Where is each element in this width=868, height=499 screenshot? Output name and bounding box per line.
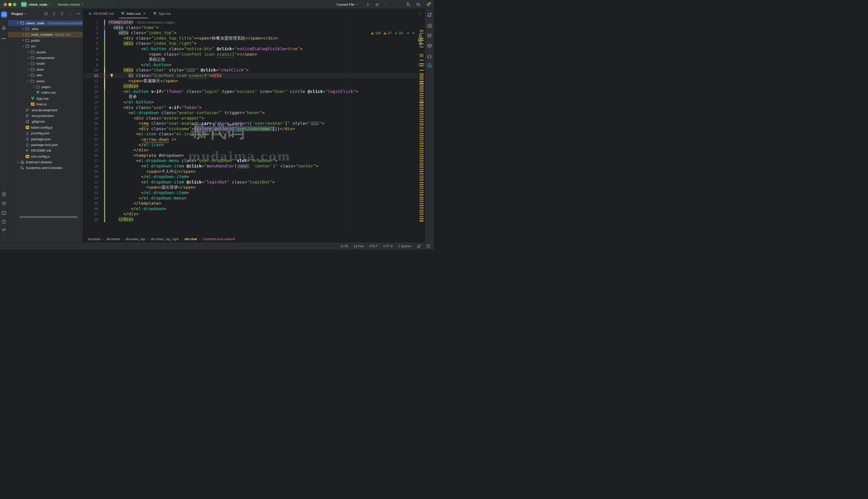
- code-line-3[interactable]: <div class="index_top">: [83, 30, 418, 36]
- code-line-22[interactable]: <el-icon class="el-icon-arrow-down">: [83, 132, 418, 137]
- stripe-mark[interactable]: [420, 78, 424, 79]
- stripe-mark[interactable]: [420, 98, 424, 98]
- stripe-mark[interactable]: [420, 167, 424, 167]
- stripe-mark[interactable]: [420, 55, 424, 56]
- stripe-mark[interactable]: [420, 220, 424, 221]
- stripe-mark[interactable]: [420, 73, 424, 74]
- stripe-mark[interactable]: [420, 197, 424, 198]
- stripe-mark[interactable]: [420, 178, 424, 178]
- maximize-window-button[interactable]: [13, 3, 16, 6]
- indent-widget[interactable]: 2 spaces: [398, 244, 411, 248]
- stripe-mark[interactable]: [420, 77, 424, 78]
- code-line-10[interactable]: <div class="chat" style="..." @click="ch…: [83, 68, 418, 73]
- plugin-mascot-tool-button-right[interactable]: [425, 44, 434, 48]
- stripe-mark[interactable]: [420, 142, 424, 142]
- stripe-mark[interactable]: [420, 86, 424, 87]
- code-line-6[interactable]: <el-button class="notice-btn" @click="no…: [83, 46, 418, 52]
- code-line-38[interactable]: </div>: [83, 217, 418, 222]
- tree-item-vue.config.js[interactable]: JSvue.config.js: [8, 154, 83, 159]
- code-line-12[interactable]: <span>客服聊天</span>: [83, 78, 418, 84]
- ai-assistant-tool-button[interactable]: [425, 23, 434, 28]
- code-line-20[interactable]: <img class="user-avatar" :src="store.get…: [83, 121, 418, 126]
- line-separator-widget[interactable]: CRLF: [369, 244, 378, 248]
- stripe-mark[interactable]: [420, 171, 424, 172]
- stripe-mark[interactable]: [420, 119, 424, 120]
- stripe-mark[interactable]: [420, 60, 424, 61]
- stripe-mark[interactable]: [420, 108, 424, 109]
- code-line-5[interactable]: <div class="index_top_right">: [83, 41, 418, 46]
- code-line-13[interactable]: </div>: [83, 84, 418, 89]
- stripe-mark[interactable]: [420, 38, 424, 39]
- breadcrumb-i.iconfont.icon-xiaoxi4[interactable]: i.iconfont.icon-xiaoxi4: [203, 237, 235, 241]
- stripe-mark[interactable]: [420, 143, 424, 144]
- structure-tool-button[interactable]: [0, 26, 8, 30]
- code-line-14[interactable]: <el-button v-if="!Token" class="login" t…: [83, 89, 418, 95]
- stripe-mark[interactable]: [420, 192, 424, 193]
- tree-chevron-icon[interactable]: [20, 46, 25, 47]
- debug-button[interactable]: [374, 2, 379, 7]
- stripe-mark[interactable]: [420, 83, 424, 84]
- stripe-mark[interactable]: [420, 87, 424, 88]
- stripe-mark[interactable]: [420, 140, 424, 140]
- stripe-mark[interactable]: [420, 169, 424, 170]
- stripe-mark[interactable]: [420, 65, 424, 66]
- hide-panel-button[interactable]: [76, 12, 80, 16]
- tree-chevron-icon[interactable]: [25, 63, 30, 64]
- tree-item-.idea[interactable]: .idea: [8, 26, 83, 32]
- breadcrumb-div.index_top[interactable]: div.index_top: [125, 237, 145, 241]
- tree-item-jsconfig.json[interactable]: { }jsconfig.json: [8, 130, 83, 136]
- more-tool-windows-button[interactable]: •••: [0, 36, 8, 41]
- tree-chevron-icon[interactable]: [25, 69, 30, 70]
- stripe-mark[interactable]: [420, 30, 424, 31]
- stripe-mark[interactable]: [420, 195, 424, 196]
- stripe-mark[interactable]: [420, 204, 424, 204]
- typos-count[interactable]: 15: [394, 31, 403, 35]
- panel-options-button[interactable]: ⋮: [68, 12, 72, 16]
- code-line-29[interactable]: <span>个人中心</span>: [83, 169, 418, 174]
- stripe-mark[interactable]: [420, 74, 424, 75]
- stripe-mark[interactable]: [420, 215, 424, 215]
- run-button[interactable]: [365, 2, 371, 7]
- tree-item-client-code[interactable]: client_code~/Downloads/mudaimaProj: [8, 20, 83, 26]
- stripe-mark[interactable]: [420, 104, 424, 105]
- stripe-mark[interactable]: [420, 129, 424, 130]
- project-tool-button[interactable]: [1, 11, 7, 17]
- stripe-mark[interactable]: [420, 202, 424, 202]
- tree-item-.env.production[interactable]: .env.production: [8, 113, 83, 119]
- stripe-mark[interactable]: [420, 105, 424, 106]
- code-line-24[interactable]: </el-icon>: [83, 142, 418, 148]
- stripe-mark[interactable]: [420, 117, 424, 117]
- code-line-7[interactable]: <span class="iconfont icon-xiaoxi1"></sp…: [83, 52, 418, 57]
- run-configuration-selector[interactable]: Current File: [337, 0, 358, 9]
- breadcrumb-template[interactable]: template: [88, 237, 101, 241]
- code-line-31[interactable]: <el-dropdown-item @click="loginOut" clas…: [83, 180, 418, 185]
- stripe-mark[interactable]: [420, 182, 424, 183]
- tree-item-router[interactable]: router: [8, 61, 83, 66]
- code-line-16[interactable]: </el-button>: [83, 100, 418, 105]
- stripe-mark[interactable]: [420, 146, 424, 147]
- code-content[interactable]: <template>Show component usages <div cla…: [83, 20, 418, 222]
- locate-file-button[interactable]: [44, 12, 48, 16]
- previous-problem-button[interactable]: [407, 32, 410, 34]
- tree-horizontal-scrollbar[interactable]: [20, 216, 78, 218]
- error-stripe[interactable]: [418, 19, 425, 235]
- stripe-mark[interactable]: [420, 160, 424, 160]
- code-line-28[interactable]: <el-dropdown-item @click="menuHandler(na…: [83, 163, 418, 169]
- intention-bulb-icon[interactable]: [110, 73, 114, 78]
- stripe-mark[interactable]: [420, 107, 424, 108]
- stripe-mark[interactable]: [420, 57, 424, 57]
- stripe-mark[interactable]: [420, 191, 424, 191]
- code-line-26[interactable]: <template #dropdown>: [83, 153, 418, 158]
- stripe-mark[interactable]: [420, 179, 424, 180]
- project-switcher[interactable]: client_code: [29, 0, 51, 9]
- tree-item-public[interactable]: public: [8, 38, 83, 43]
- stripe-mark[interactable]: [420, 161, 424, 161]
- tree-chevron-icon[interactable]: [25, 51, 30, 53]
- stripe-mark[interactable]: [420, 81, 424, 82]
- stripe-mark[interactable]: [420, 100, 424, 100]
- stripe-mark[interactable]: [420, 221, 424, 222]
- stripe-mark[interactable]: [420, 89, 424, 90]
- stripe-mark[interactable]: [420, 111, 424, 112]
- stripe-mark[interactable]: [420, 156, 424, 157]
- stripe-mark[interactable]: [420, 188, 424, 188]
